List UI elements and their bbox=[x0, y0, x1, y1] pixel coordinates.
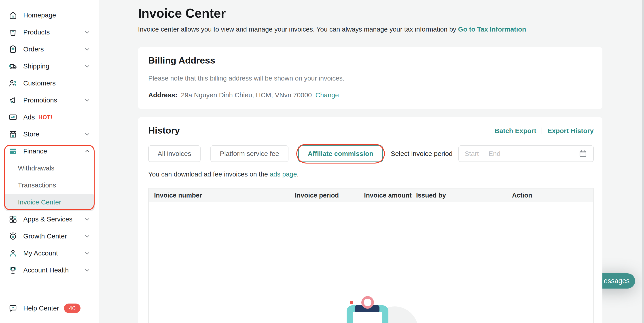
stopwatch-icon bbox=[8, 232, 18, 241]
ads-page-link[interactable]: ads page bbox=[270, 170, 297, 178]
store-icon bbox=[8, 130, 18, 139]
megaphone-icon bbox=[8, 96, 18, 105]
sidebar-item-label: Orders bbox=[23, 46, 44, 53]
svg-text:AD: AD bbox=[11, 116, 15, 119]
address-label: Address: bbox=[148, 91, 177, 99]
sidebar-item-label: Account Health bbox=[23, 266, 69, 274]
chevron-down-icon bbox=[84, 62, 91, 70]
billing-address-card: Billing Address Please note that this bi… bbox=[138, 47, 602, 109]
sidebar-item-invoice-center[interactable]: Invoice Center bbox=[4, 194, 94, 211]
help-count-badge: 40 bbox=[64, 304, 80, 313]
go-to-tax-information-link[interactable]: Go to Tax Information bbox=[458, 26, 526, 33]
bag-icon bbox=[8, 28, 18, 37]
chevron-up-icon bbox=[84, 148, 91, 155]
sidebar-item-shipping[interactable]: Shipping bbox=[4, 58, 94, 75]
chevron-down-icon bbox=[84, 96, 91, 104]
filter-affiliate-commission-button[interactable]: Affiliate commission bbox=[298, 146, 382, 162]
sidebar-item-my-account[interactable]: My Account bbox=[4, 245, 94, 262]
column-header-issued-by: Issued by bbox=[416, 192, 512, 199]
invoice-filter-tabs: All invoices Platform service fee Affili… bbox=[148, 146, 383, 162]
links-divider bbox=[542, 128, 542, 134]
person-icon bbox=[8, 248, 18, 258]
sidebar-item-growth-center[interactable]: Growth Center bbox=[4, 228, 94, 245]
chevron-down-icon bbox=[84, 232, 91, 240]
chevron-down-icon bbox=[84, 46, 91, 53]
invoice-period-group: Select invoice period Start - End bbox=[391, 146, 594, 162]
sidebar-item-store[interactable]: Store bbox=[4, 126, 94, 143]
billing-address-title: Billing Address bbox=[148, 55, 215, 66]
address-value: 29a Nguyen Dinh Chieu, HCM, VNvn 70000 bbox=[181, 91, 312, 99]
page-title: Invoice Center bbox=[138, 6, 226, 20]
filter-all-invoices-button[interactable]: All invoices bbox=[148, 146, 200, 162]
chevron-down-icon bbox=[84, 28, 91, 36]
vertical-scrollbar[interactable] bbox=[642, 0, 644, 323]
sidebar-item-promotions[interactable]: Promotions bbox=[4, 92, 94, 109]
invoice-table-body bbox=[149, 202, 593, 323]
page-description-text: Invoice center allows you to view and ma… bbox=[138, 26, 458, 33]
sidebar-item-label: Help Center bbox=[23, 304, 59, 312]
sidebar-item-label: Apps & Services bbox=[23, 216, 72, 223]
clipboard-icon bbox=[8, 44, 18, 54]
invoice-period-range-input[interactable]: Start - End bbox=[458, 146, 594, 162]
sidebar-item-customers[interactable]: Customers bbox=[4, 75, 94, 92]
sidebar-nav: Homepage Products Orders bbox=[0, 0, 98, 279]
sidebar-item-label: Customers bbox=[23, 80, 56, 87]
sidebar-item-account-health[interactable]: Account Health bbox=[4, 262, 94, 279]
sidebar-item-label: Products bbox=[23, 28, 50, 36]
sidebar-item-label: Withdrawals bbox=[18, 164, 54, 172]
column-header-invoice-period: Invoice period bbox=[295, 192, 364, 199]
page-description: Invoice center allows you to view and ma… bbox=[138, 26, 526, 33]
sidebar-item-finance[interactable]: Finance bbox=[4, 143, 94, 160]
chevron-down-icon bbox=[84, 266, 91, 274]
sidebar-item-help-center[interactable]: ? Help Center 40 bbox=[4, 300, 94, 317]
sidebar-item-label: Transactions bbox=[18, 182, 56, 189]
ad-fee-note: You can download ad fee invoices on the … bbox=[148, 170, 299, 178]
hot-badge: HOT! bbox=[38, 114, 52, 120]
chevron-down-icon bbox=[84, 216, 91, 223]
apps-grid-icon bbox=[8, 214, 18, 224]
date-range-placeholder: Start - End bbox=[465, 150, 578, 158]
sidebar-item-label: Promotions bbox=[23, 96, 57, 104]
svg-text:?: ? bbox=[12, 306, 14, 310]
sidebar-item-withdrawals[interactable]: Withdrawals bbox=[4, 160, 94, 177]
chevron-down-icon bbox=[84, 250, 91, 257]
help-row: ? Help Center 40 bbox=[4, 300, 94, 317]
change-address-link[interactable]: Change bbox=[315, 91, 339, 99]
billing-note: Please note that this billing address wi… bbox=[148, 74, 344, 82]
sidebar-item-products[interactable]: Products bbox=[4, 24, 94, 41]
ad-fee-note-text: You can download ad fee invoices on the bbox=[148, 170, 270, 178]
sidebar-item-orders[interactable]: Orders bbox=[4, 41, 94, 58]
sidebar-item-apps-services[interactable]: Apps & Services bbox=[4, 211, 94, 228]
truck-icon bbox=[8, 62, 18, 71]
address-row: Address: 29a Nguyen Dinh Chieu, HCM, VNv… bbox=[148, 91, 339, 99]
export-history-link[interactable]: Export History bbox=[548, 127, 594, 135]
ad-icon: AD bbox=[8, 112, 18, 122]
help-bubble-icon: ? bbox=[8, 304, 18, 313]
column-header-invoice-number: Invoice number bbox=[149, 192, 295, 199]
trophy-icon bbox=[8, 266, 18, 275]
sidebar-item-label: Ads bbox=[23, 114, 35, 121]
sidebar-item-transactions[interactable]: Transactions bbox=[4, 177, 94, 194]
sidebar-item-ads[interactable]: AD Ads HOT! bbox=[4, 109, 94, 126]
home-icon bbox=[8, 10, 18, 20]
sidebar-item-label: Finance bbox=[23, 148, 47, 155]
credit-card-icon bbox=[8, 146, 18, 156]
filter-platform-service-fee-button[interactable]: Platform service fee bbox=[210, 146, 288, 162]
calendar-icon[interactable] bbox=[578, 149, 588, 158]
column-header-invoice-amount: Invoice amount bbox=[364, 192, 416, 199]
history-title: History bbox=[148, 125, 180, 136]
invoice-period-label: Select invoice period bbox=[391, 150, 452, 158]
batch-export-link[interactable]: Batch Export bbox=[495, 127, 536, 135]
history-card: History Batch Export Export History All … bbox=[138, 117, 602, 323]
messages-button-label: essages bbox=[604, 277, 630, 285]
sidebar: Homepage Products Orders bbox=[0, 0, 98, 323]
ad-fee-note-suffix: . bbox=[297, 170, 299, 178]
sidebar-item-label: My Account bbox=[23, 250, 58, 257]
invoice-table: Invoice number Invoice period Invoice am… bbox=[148, 188, 594, 323]
column-header-action: Action bbox=[512, 192, 593, 199]
sidebar-item-label: Store bbox=[23, 130, 39, 138]
export-links: Batch Export Export History bbox=[495, 127, 594, 135]
sidebar-item-homepage[interactable]: Homepage bbox=[4, 7, 94, 24]
sidebar-item-label: Growth Center bbox=[23, 232, 67, 240]
sidebar-item-label: Homepage bbox=[23, 12, 56, 19]
